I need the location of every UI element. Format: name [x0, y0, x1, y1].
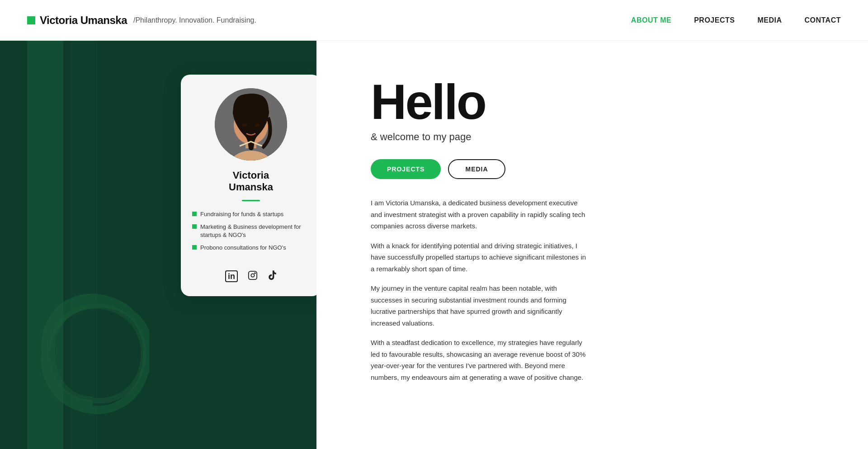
bio-text-area: I am Victoria Umanska, a dedicated busin…: [371, 197, 588, 383]
logo-name: Victoria Umanska: [40, 14, 127, 27]
skill-bullet-icon: [192, 245, 197, 250]
hero-subtitle: & welcome to my page: [371, 131, 814, 143]
projects-button[interactable]: PROJECTS: [371, 159, 441, 179]
logo-area: Victoria Umanska /Philanthropy. Innovati…: [27, 14, 256, 27]
name-underline-decoration: [242, 200, 260, 201]
media-button[interactable]: MEDIA: [448, 159, 505, 179]
bio-paragraph-1: I am Victoria Umanska, a dedicated busin…: [371, 197, 588, 232]
site-header: Victoria Umanska /Philanthropy. Innovati…: [0, 0, 868, 41]
skill-bullet-icon: [192, 212, 197, 216]
skills-list: Fundraising for funds & startups Marketi…: [192, 210, 310, 257]
tiktok-icon[interactable]: [268, 270, 277, 283]
main-nav: ABOUT ME PROJECTS MEDIA CONTACT: [631, 16, 841, 24]
spiral-decoration: [36, 268, 149, 426]
nav-projects[interactable]: PROJECTS: [694, 16, 735, 24]
nav-media[interactable]: MEDIA: [757, 16, 782, 24]
logo-square-icon: [27, 16, 35, 24]
profile-name: Victoria Umanska: [229, 170, 273, 194]
svg-point-10: [251, 274, 254, 277]
list-item: Marketing & Business development for sta…: [192, 223, 310, 239]
nav-contact[interactable]: CONTACT: [804, 16, 841, 24]
main-content: Victoria Umanska Fundraising for funds &…: [0, 41, 868, 449]
instagram-icon[interactable]: [248, 270, 258, 283]
list-item: Probono consultations for NGO's: [192, 244, 310, 252]
right-panel: Hello & welcome to my page PROJECTS MEDI…: [316, 41, 868, 449]
hero-title: Hello: [371, 77, 814, 127]
avatar-image: [215, 88, 287, 161]
skill-bullet-icon: [192, 224, 197, 229]
bio-paragraph-2: With a knack for identifying potential a…: [371, 240, 588, 275]
svg-point-8: [255, 123, 259, 127]
nav-about-me[interactable]: ABOUT ME: [631, 16, 671, 24]
list-item: Fundraising for funds & startups: [192, 210, 310, 218]
bio-paragraph-4: With a steadfast dedication to excellenc…: [371, 337, 588, 383]
left-panel: Victoria Umanska Fundraising for funds &…: [0, 41, 316, 449]
bio-paragraph-3: My journey in the venture capital realm …: [371, 283, 588, 329]
cta-buttons-group: PROJECTS MEDIA: [371, 159, 814, 179]
avatar: [215, 88, 287, 161]
profile-card: Victoria Umanska Fundraising for funds &…: [181, 75, 316, 296]
svg-rect-9: [249, 271, 257, 279]
logo-tagline: /Philanthropy. Innovation. Fundraising.: [133, 16, 256, 24]
social-icons-group: in: [225, 270, 277, 283]
svg-point-7: [242, 123, 247, 127]
svg-point-11: [255, 273, 255, 274]
linkedin-icon[interactable]: in: [225, 270, 238, 282]
